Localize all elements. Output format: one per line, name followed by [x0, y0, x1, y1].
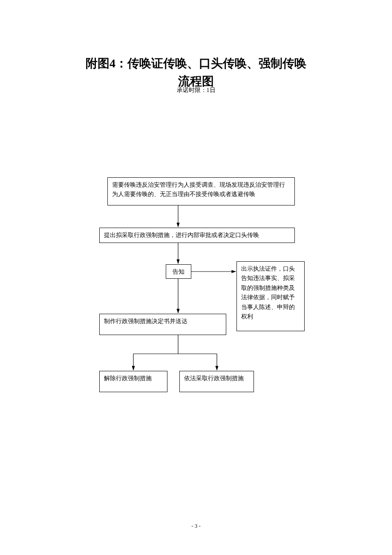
node-text: 解除行政强制措施: [104, 375, 152, 382]
page-title: 附图4：传唤证传唤、口头传唤、强制传唤 流程图: [0, 55, 392, 90]
flow-node-decision-doc: 制作行政强制措施决定书并送达: [99, 314, 226, 335]
node-text: 需要传唤违反治安管理行为人接受调查、现场发现违反治安管理行为人需要传唤的、无正当…: [112, 182, 285, 197]
flow-node-start: 需要传唤违反治安管理行为人接受调查、现场发现违反治安管理行为人需要传唤的、无正当…: [107, 177, 295, 205]
node-text: 告知: [173, 269, 184, 275]
title-line-2: 流程图: [178, 75, 214, 88]
flow-node-enforce: 依法采取行政强制措施: [179, 371, 254, 392]
flow-node-notify: 告知: [166, 264, 191, 279]
title-line-1: 附图4：传唤证传唤、口头传唤、强制传唤: [86, 57, 306, 70]
page-number: - 3 -: [0, 523, 392, 529]
node-text: 依法采取行政强制措施: [184, 375, 244, 382]
flow-node-side-detail: 出示执法证件，口头告知违法事实、拟采取的强制措施种类及法律依据，同时赋予当事人陈…: [236, 261, 305, 331]
flow-node-approval: 提出拟采取行政强制措施，进行内部审批或者决定口头传唤: [99, 228, 295, 243]
node-text: 制作行政强制措施决定书并送达: [104, 318, 187, 324]
node-text: 出示执法证件，口头告知违法事实、拟采取的强制措施种类及法律依据，同时赋予当事人陈…: [241, 266, 295, 320]
node-text: 提出拟采取行政强制措施，进行内部审批或者决定口头传唤: [104, 232, 259, 238]
flow-node-release: 解除行政强制措施: [99, 371, 167, 392]
subtitle: 承诺时限：1日: [0, 87, 392, 94]
